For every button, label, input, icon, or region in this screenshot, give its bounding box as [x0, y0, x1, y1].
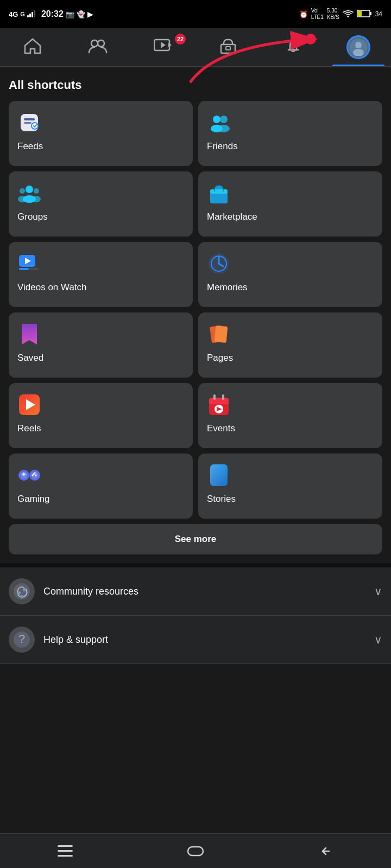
community-icon: [9, 578, 35, 604]
time-display: 20:32: [41, 9, 64, 19]
shortcut-stories[interactable]: Stories: [198, 454, 382, 519]
svg-rect-73: [188, 847, 203, 856]
svg-rect-20: [24, 118, 35, 120]
shortcuts-grid: Feeds Friends: [9, 101, 382, 519]
community-resources-left: Community resources: [9, 578, 138, 604]
marketplace-icon: [219, 38, 237, 56]
shortcut-memories[interactable]: Memories: [198, 242, 382, 307]
shortcut-marketplace[interactable]: Marketplace: [198, 171, 382, 237]
events-icon: [207, 393, 231, 417]
signal-bars: [27, 10, 37, 19]
nav-notifications[interactable]: 2: [261, 28, 326, 66]
svg-rect-6: [357, 11, 362, 16]
youtube-icon: ▶: [87, 10, 93, 18]
friends-label: Friends: [207, 141, 374, 152]
svg-rect-47: [209, 401, 229, 404]
bottom-home-button[interactable]: [130, 845, 261, 858]
list-section: Community resources ∨ ? Help & support ∨: [0, 567, 391, 664]
svg-rect-72: [58, 855, 73, 857]
nav-home[interactable]: [0, 28, 65, 66]
main-content: All shortcuts Feeds: [0, 67, 391, 718]
svg-rect-51: [222, 394, 224, 400]
help-chevron: ∨: [374, 633, 382, 646]
stories-label: Stories: [207, 494, 374, 505]
svg-point-60: [35, 475, 37, 476]
svg-rect-13: [221, 44, 235, 53]
profile-avatar: [346, 35, 370, 59]
watch-icon: [154, 38, 172, 56]
pages-icon: [207, 322, 231, 346]
shortcut-feeds[interactable]: Feeds: [9, 101, 193, 166]
battery-percent: 34: [375, 10, 382, 18]
camera-icon: 📷: [66, 10, 74, 18]
videos-icon: [17, 252, 41, 276]
help-icon: ?: [9, 627, 35, 653]
gaming-label: Gaming: [17, 494, 184, 505]
stories-icon: [207, 463, 231, 487]
feeds-icon: [17, 111, 41, 135]
reels-icon: [17, 393, 41, 417]
memories-icon: [207, 252, 231, 276]
nav-bar: 22 2: [0, 28, 391, 67]
svg-point-29: [20, 188, 25, 194]
svg-point-61: [34, 473, 36, 474]
bottom-back-button[interactable]: [261, 845, 391, 858]
svg-text:?: ?: [18, 632, 25, 646]
alarm-icon: ⏰: [299, 10, 308, 18]
svg-rect-0: [27, 15, 29, 17]
see-more-button[interactable]: See more: [9, 524, 382, 554]
svg-point-30: [18, 196, 27, 202]
svg-point-65: [17, 591, 21, 595]
nav-watch[interactable]: 22: [130, 28, 195, 66]
help-support-left: ? Help & support: [9, 627, 108, 653]
groups-label: Groups: [17, 212, 184, 222]
nav-profile[interactable]: [326, 28, 391, 66]
pages-label: Pages: [207, 353, 374, 363]
shortcut-events[interactable]: Events: [198, 383, 382, 448]
reels-label: Reels: [17, 423, 184, 434]
community-chevron: ∨: [374, 585, 382, 598]
wifi-icon: [343, 10, 354, 19]
svg-point-66: [23, 588, 26, 591]
shortcut-groups[interactable]: Groups: [9, 171, 193, 237]
vol-lte-label: VolLTE1: [311, 8, 324, 21]
network-indicator: 4G: [9, 10, 18, 18]
svg-point-32: [32, 196, 41, 202]
shortcut-gaming[interactable]: Gaming: [9, 454, 193, 519]
shortcut-saved[interactable]: Saved: [9, 312, 193, 378]
svg-point-31: [34, 188, 39, 194]
marketplace-shortcut-icon: [207, 181, 231, 205]
community-resources-label: Community resources: [43, 586, 138, 597]
nav-friends[interactable]: [65, 28, 130, 66]
gaming-icon: [17, 463, 41, 487]
svg-rect-42: [215, 326, 228, 343]
bottom-menu-button[interactable]: [0, 845, 130, 857]
nav-marketplace[interactable]: [195, 28, 261, 66]
friends-icon: [88, 39, 108, 56]
status-bar: 4G G 20:32 📷 👻 ▶ ⏰ VolLTE1 5.30KB/S: [0, 0, 391, 28]
shortcut-pages[interactable]: Pages: [198, 312, 382, 378]
shortcut-reels[interactable]: Reels: [9, 383, 193, 448]
svg-point-22: [31, 123, 38, 129]
svg-rect-38: [19, 268, 29, 270]
svg-point-16: [355, 42, 362, 48]
svg-point-4: [347, 16, 349, 17]
saved-icon: [17, 322, 41, 346]
status-left: 4G G 20:32 📷 👻 ▶: [9, 9, 93, 19]
svg-rect-1: [29, 14, 31, 17]
section-title: All shortcuts: [9, 78, 382, 92]
svg-rect-34: [210, 189, 228, 194]
svg-point-62: [32, 475, 34, 476]
snapchat-icon: 👻: [77, 10, 85, 18]
community-resources-row[interactable]: Community resources ∨: [0, 567, 391, 616]
shortcut-videos-on-watch[interactable]: Videos on Watch: [9, 242, 193, 307]
svg-marker-12: [161, 42, 166, 48]
shortcut-friends[interactable]: Friends: [198, 101, 382, 166]
help-support-row[interactable]: ? Help & support ∨: [0, 616, 391, 664]
battery-icon: [357, 10, 372, 19]
bell-icon: [285, 38, 301, 56]
svg-point-9: [98, 40, 104, 47]
svg-rect-2: [31, 12, 33, 17]
friends-shortcut-icon: [207, 111, 231, 135]
svg-rect-3: [34, 10, 35, 17]
